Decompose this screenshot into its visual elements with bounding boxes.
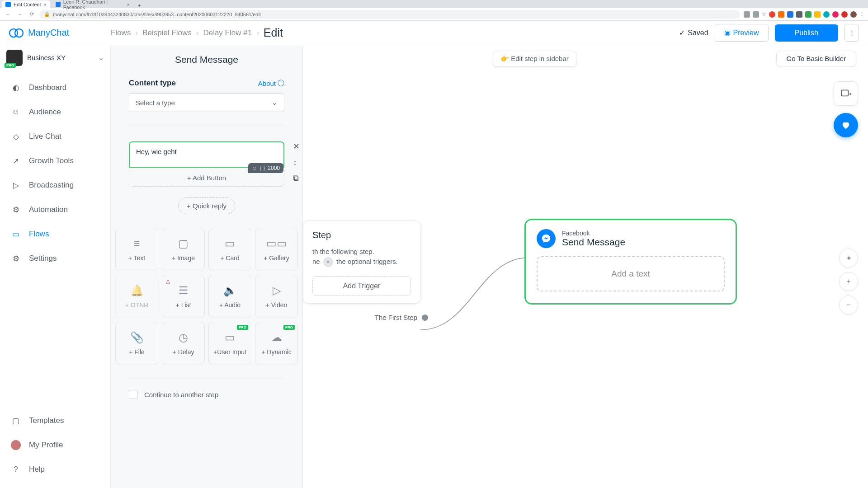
extension-icon[interactable] (814, 11, 821, 18)
plus-icon: + (846, 277, 850, 286)
nav-livechat[interactable]: ◇Live Chat (0, 124, 110, 149)
extension-icon[interactable] (823, 11, 830, 18)
browser-toolbar: ← → ⟳ 🔒 manychat.com/fb181039443240830/c… (0, 8, 868, 21)
nav-label: Help (29, 465, 45, 474)
extension-icon[interactable] (787, 11, 793, 18)
move-icon[interactable]: ↕ (293, 158, 300, 167)
nav-broadcasting[interactable]: ▷Broadcasting (0, 173, 110, 197)
extension-icon[interactable] (769, 11, 775, 18)
add-card-block[interactable]: ▭+ Card (208, 228, 251, 271)
nav-profile[interactable]: My Profile (0, 433, 110, 457)
add-audio-block[interactable]: 🔈+ Audio (208, 275, 251, 318)
extension-icon[interactable] (744, 11, 750, 18)
close-icon[interactable]: × (44, 2, 47, 7)
back-icon[interactable]: ← (4, 12, 12, 17)
nav-dashboard[interactable]: ◐Dashboard (0, 75, 110, 100)
basic-builder-button[interactable]: Go To Basic Builder (776, 51, 856, 66)
menu-icon[interactable]: ⋮ (859, 11, 864, 18)
auto-arrange-button[interactable]: ✦ (839, 249, 858, 267)
extension-icon[interactable] (753, 11, 759, 18)
extension-icon[interactable] (796, 11, 802, 18)
message-block: ☺ { } 2000 + Add Button ✕ ↕ ⧉ (129, 141, 284, 187)
add-delay-block[interactable]: ◷+ Delay (162, 322, 205, 365)
add-video-block[interactable]: ▷+ Video (255, 275, 298, 318)
favicon-icon (56, 2, 61, 7)
nav-audience[interactable]: ☺Audience (0, 100, 110, 124)
close-icon[interactable]: × (127, 2, 130, 7)
app-header: ManyChat Flows › Beispiel Flows › Delay … (0, 21, 868, 45)
content-type-select[interactable]: Select a type ⌄ (129, 93, 284, 112)
nav-growth[interactable]: ↗Growth Tools (0, 149, 110, 173)
node-add-text[interactable]: Add a text (537, 256, 725, 291)
url-bar[interactable]: 🔒 manychat.com/fb181039443240830/cms/fil… (39, 10, 740, 19)
star-icon[interactable]: ☆ (762, 11, 766, 18)
workspace-switcher[interactable]: PRO Business XY ⌄ (0, 45, 110, 70)
nav-automation[interactable]: ⚙Automation (0, 197, 110, 222)
extension-icon[interactable] (841, 11, 848, 18)
saved-label: Saved (688, 29, 708, 37)
variable-icon[interactable]: { } (260, 165, 265, 171)
edit-in-sidebar-button[interactable]: 👉 Edit step in sidebar (493, 51, 576, 67)
favicon-icon (5, 2, 11, 7)
nav-templates[interactable]: ▢Templates (0, 408, 110, 433)
char-count: 2000 (268, 165, 280, 171)
breadcrumb-flows[interactable]: Flows (111, 28, 131, 38)
avatar-icon[interactable] (850, 11, 857, 18)
add-trigger-button[interactable]: Add Trigger (312, 276, 411, 296)
flow-canvas[interactable]: 👉 Edit step in sidebar Go To Basic Build… (303, 45, 868, 488)
add-text-block[interactable]: ≡+ Text (115, 228, 158, 271)
gear-icon: ⚙ (11, 253, 21, 263)
zoom-out-button[interactable]: − (839, 296, 858, 314)
add-file-block[interactable]: 📎+ File (115, 322, 158, 365)
nav-flows[interactable]: ▭Flows (0, 222, 110, 246)
brand-name: ManyChat (28, 28, 69, 38)
add-list-block[interactable]: △☰+ List (162, 275, 205, 318)
breadcrumb-flow[interactable]: Delay Flow #1 (203, 28, 252, 38)
browser-tab-active[interactable]: Edit Content × (2, 0, 50, 8)
breadcrumb-group[interactable]: Beispiel Flows (142, 28, 192, 38)
add-step-button[interactable] (834, 81, 858, 106)
more-button[interactable]: ⋮ (844, 24, 859, 42)
quick-reply-button[interactable]: + Quick reply (178, 197, 235, 214)
zoom-in-button[interactable]: + (839, 272, 858, 291)
connector-dot-icon[interactable] (422, 314, 428, 321)
emoji-icon[interactable]: ☺ (252, 165, 257, 171)
svg-point-1 (15, 29, 23, 37)
person-icon: ☺ (11, 107, 21, 117)
first-step-output[interactable]: The First Step (375, 314, 428, 321)
feedback-button[interactable] (834, 113, 858, 137)
sparkle-icon: ✦ (846, 254, 852, 263)
preview-button[interactable]: ◉ Preview (715, 24, 769, 42)
forward-icon[interactable]: → (16, 12, 24, 17)
extension-icon[interactable] (805, 11, 811, 18)
logo[interactable]: ManyChat (9, 26, 111, 40)
nav-settings[interactable]: ⚙Settings (0, 246, 110, 271)
extension-icons: ☆ ⋮ (744, 11, 864, 18)
add-userinput-block[interactable]: PRO▭+User Input (208, 322, 251, 365)
close-hint-icon[interactable]: × (323, 257, 333, 267)
nav-label: Audience (29, 108, 61, 117)
starting-step-card[interactable]: Step th the following step. ne × the opt… (303, 221, 420, 304)
chevron-right-icon: › (256, 28, 259, 38)
browser-tab-inactive[interactable]: Leon R. Chaudhari | Facebook × (52, 0, 133, 8)
send-message-node[interactable]: Facebook Send Message Add a text (524, 219, 737, 305)
close-icon[interactable]: ✕ (293, 141, 300, 151)
preview-label: Preview (733, 29, 759, 37)
copy-icon[interactable]: ⧉ (293, 174, 300, 183)
extension-icon[interactable] (778, 11, 784, 18)
extension-icon[interactable] (832, 11, 839, 18)
continue-checkbox[interactable] (129, 390, 138, 399)
nav-label: Templates (29, 416, 64, 425)
nav-help[interactable]: ?Help (0, 457, 110, 482)
new-tab-button[interactable]: + (133, 3, 145, 8)
add-dynamic-block[interactable]: PRO☁+ Dynamic (255, 322, 298, 365)
connector-line (416, 239, 533, 339)
reload-icon[interactable]: ⟳ (28, 11, 36, 17)
step-title[interactable]: Send Message (129, 54, 284, 65)
about-link[interactable]: Aboutⓘ (258, 79, 284, 88)
add-gallery-block[interactable]: ▭▭+ Gallery (255, 228, 298, 271)
publish-button[interactable]: Publish (775, 24, 838, 42)
list-icon: ☰ (179, 284, 189, 297)
add-image-block[interactable]: ▢+ Image (162, 228, 205, 271)
chat-icon: ◇ (11, 131, 21, 141)
